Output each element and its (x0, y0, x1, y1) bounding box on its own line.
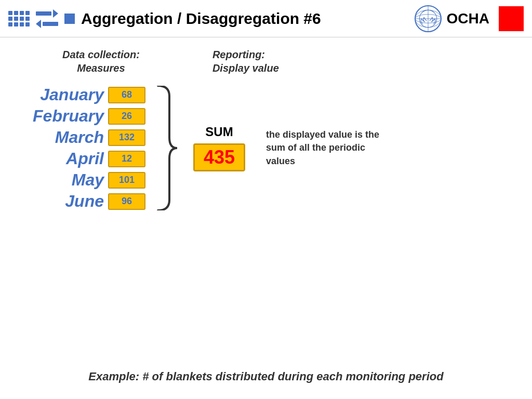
ocha-logo-icon (415, 5, 442, 32)
curly-brace-icon (154, 86, 180, 210)
sum-section: SUM 435 (193, 125, 245, 171)
month-value-box: 68 (108, 87, 145, 103)
month-name: June (31, 192, 104, 211)
months-list: January68February26March132April12May101… (31, 85, 145, 211)
month-row: January68 (31, 85, 145, 104)
reporting-label: Reporting: Display value (212, 48, 279, 75)
sum-value: 435 (204, 147, 235, 168)
red-square-icon (499, 6, 524, 31)
labels-row: Data collection: Measures Reporting: Dis… (62, 48, 501, 75)
month-row: March132 (31, 128, 145, 147)
month-value-box: 132 (108, 129, 145, 146)
header: Aggregation / Disaggregation #6 OCHA (0, 0, 532, 37)
description-text: the displayed value is the sum of all th… (266, 128, 380, 168)
dots-grid-icon (8, 11, 30, 26)
month-name: February (31, 107, 104, 126)
month-value-box: 12 (108, 151, 145, 167)
arrows-icon (36, 9, 58, 28)
month-name: January (31, 85, 104, 104)
months-section: January68February26March132April12May101… (31, 85, 501, 211)
month-row: May101 (31, 170, 145, 190)
month-value-box: 101 (108, 172, 145, 189)
month-row: April12 (31, 149, 145, 168)
month-name: April (31, 149, 104, 168)
ocha-area: OCHA (415, 5, 524, 32)
month-value-box: 26 (108, 108, 145, 125)
month-value-box: 96 (108, 193, 145, 210)
brace-container (154, 86, 180, 210)
main-content: Data collection: Measures Reporting: Dis… (0, 37, 532, 221)
month-row: June96 (31, 192, 145, 211)
data-collection-label: Data collection: Measures (62, 48, 140, 75)
sum-label: SUM (205, 125, 233, 139)
sum-value-box: 435 (193, 143, 245, 171)
ocha-label: OCHA (447, 10, 489, 27)
footer-text: Example: # of blankets distributed durin… (88, 370, 443, 383)
blue-square-icon (64, 14, 75, 24)
month-name: March (31, 128, 104, 147)
logo-area (8, 9, 81, 28)
footer: Example: # of blankets distributed durin… (0, 370, 532, 383)
month-name: May (31, 170, 104, 190)
page-title: Aggregation / Disaggregation #6 (81, 10, 415, 28)
month-row: February26 (31, 107, 145, 126)
